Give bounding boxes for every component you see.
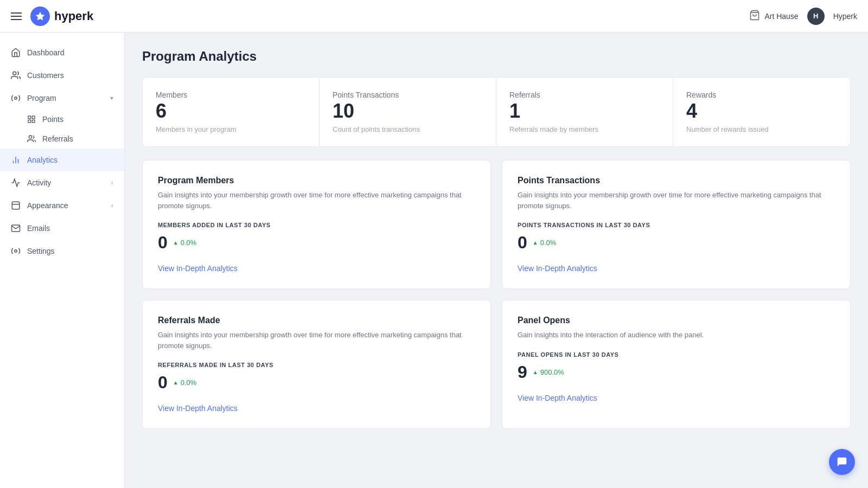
sidebar-item-customers[interactable]: Customers bbox=[0, 64, 124, 87]
sidebar-label-referrals: Referrals bbox=[42, 134, 73, 143]
card-title-panel-opens: Panel Opens bbox=[518, 316, 835, 325]
grid-icon bbox=[27, 115, 36, 124]
stat-desc-points: Count of points transactions bbox=[333, 125, 483, 133]
store-name-label: Art Hause bbox=[764, 12, 798, 21]
logo: hyperk bbox=[30, 7, 93, 26]
analytics-card-program-members: Program Members Gain insights into your … bbox=[142, 160, 491, 289]
sidebar-item-program[interactable]: Program ▾ bbox=[0, 87, 124, 110]
metric-value-panel-opens: 9 ▲ 900.0% bbox=[518, 362, 835, 382]
stat-value-referrals: 1 bbox=[509, 101, 660, 121]
home-icon bbox=[11, 48, 21, 57]
metric-value-program-members: 0 ▲ 0.0% bbox=[158, 233, 475, 253]
metric-label-program-members: MEMBERS ADDED IN LAST 30 DAYS bbox=[158, 222, 475, 228]
sidebar-label-points: Points bbox=[42, 115, 63, 124]
svg-point-2 bbox=[15, 97, 17, 100]
sidebar-label-customers: Customers bbox=[27, 71, 64, 80]
card-desc-panel-opens: Gain insights into the interaction of au… bbox=[518, 330, 835, 341]
trend-up-icon: ▲ bbox=[533, 369, 538, 375]
stat-value-rewards: 4 bbox=[686, 101, 837, 121]
metric-label-panel-opens: PANEL OPENS IN LAST 30 DAYS bbox=[518, 351, 835, 358]
card-desc-program-members: Gain insights into your membership growt… bbox=[158, 190, 475, 211]
trend-badge-referrals-made: ▲ 0.0% bbox=[173, 378, 197, 387]
card-desc-referrals-made: Gain insights into your membership growt… bbox=[158, 330, 475, 351]
user-avatar: H bbox=[807, 8, 825, 25]
card-desc-points-transactions: Gain insights into your membership growt… bbox=[518, 190, 835, 211]
chat-icon bbox=[836, 456, 848, 468]
analytics-icon bbox=[11, 155, 21, 165]
main-content: Program Analytics Members 6 Members in y… bbox=[125, 33, 868, 488]
stat-value-points: 10 bbox=[333, 101, 483, 121]
stat-desc-members: Members in your program bbox=[156, 125, 306, 133]
trend-up-icon: ▲ bbox=[173, 240, 178, 246]
stat-value-members: 6 bbox=[156, 101, 306, 121]
view-link-referrals-made[interactable]: View In-Depth Analytics bbox=[158, 404, 238, 413]
app-header: hyperk Art Hause H Hyperk bbox=[0, 0, 868, 33]
trend-badge-points-transactions: ▲ 0.0% bbox=[533, 239, 557, 247]
sidebar: Dashboard Customers Program ▾ Points bbox=[0, 33, 125, 488]
analytics-card-referrals-made: Referrals Made Gain insights into your m… bbox=[142, 300, 491, 429]
star-icon bbox=[35, 11, 46, 22]
activity-icon bbox=[11, 178, 21, 188]
user-name-label: Hyperk bbox=[833, 12, 857, 21]
sidebar-label-dashboard: Dashboard bbox=[27, 48, 65, 57]
stat-card-referrals: Referrals 1 Referrals made by members bbox=[496, 78, 673, 146]
chevron-down-icon: ▾ bbox=[110, 94, 113, 102]
sidebar-item-settings[interactable]: Settings bbox=[0, 240, 124, 262]
stat-label-points: Points Transactions bbox=[333, 91, 483, 99]
view-link-program-members[interactable]: View In-Depth Analytics bbox=[158, 264, 238, 273]
card-title-program-members: Program Members bbox=[158, 176, 475, 185]
svg-rect-3 bbox=[28, 116, 31, 119]
stat-card-rewards: Rewards 4 Number of rewards issued bbox=[673, 78, 850, 146]
svg-point-7 bbox=[29, 136, 31, 138]
program-icon bbox=[11, 93, 21, 103]
menu-toggle-button[interactable] bbox=[11, 12, 22, 20]
stat-label-rewards: Rewards bbox=[686, 91, 837, 99]
svg-rect-11 bbox=[12, 202, 20, 209]
sidebar-item-points[interactable]: Points bbox=[0, 110, 124, 129]
sidebar-item-activity[interactable]: Activity ‹ bbox=[0, 171, 124, 194]
analytics-card-points-transactions: Points Transactions Gain insights into y… bbox=[502, 160, 851, 289]
stat-card-members: Members 6 Members in your program bbox=[143, 78, 320, 146]
card-title-points-transactions: Points Transactions bbox=[518, 176, 835, 185]
appearance-icon bbox=[11, 201, 21, 210]
trend-up-icon: ▲ bbox=[173, 380, 178, 386]
referrals-icon bbox=[27, 134, 36, 143]
metric-value-points-transactions: 0 ▲ 0.0% bbox=[518, 233, 835, 253]
svg-rect-6 bbox=[28, 120, 31, 123]
sidebar-item-dashboard[interactable]: Dashboard bbox=[0, 41, 124, 64]
svg-rect-5 bbox=[32, 120, 35, 123]
stat-card-points: Points Transactions 10 Count of points t… bbox=[320, 78, 496, 146]
sidebar-item-appearance[interactable]: Appearance ‹ bbox=[0, 194, 124, 217]
users-icon bbox=[11, 70, 21, 80]
view-link-panel-opens[interactable]: View In-Depth Analytics bbox=[518, 394, 597, 402]
svg-point-12 bbox=[15, 250, 17, 253]
trend-badge-program-members: ▲ 0.0% bbox=[173, 239, 197, 247]
sidebar-label-analytics: Analytics bbox=[27, 156, 58, 164]
emails-icon bbox=[11, 223, 21, 233]
stat-label-referrals: Referrals bbox=[509, 91, 660, 99]
sidebar-item-emails[interactable]: Emails bbox=[0, 217, 124, 240]
sidebar-label-activity: Activity bbox=[27, 178, 51, 187]
sidebar-label-program: Program bbox=[27, 94, 56, 102]
app-layout: Dashboard Customers Program ▾ Points bbox=[0, 33, 868, 488]
sidebar-label-settings: Settings bbox=[27, 247, 55, 255]
svg-rect-4 bbox=[32, 116, 35, 119]
chevron-left-icon: ‹ bbox=[111, 179, 113, 187]
sidebar-item-analytics[interactable]: Analytics bbox=[0, 149, 124, 171]
sidebar-label-emails: Emails bbox=[27, 224, 50, 233]
logo-text: hyperk bbox=[54, 9, 93, 23]
trend-up-icon: ▲ bbox=[533, 240, 538, 246]
store-selector[interactable]: Art Hause bbox=[749, 10, 798, 22]
stat-desc-referrals: Referrals made by members bbox=[509, 125, 660, 133]
stats-row: Members 6 Members in your program Points… bbox=[142, 77, 851, 147]
stat-label-members: Members bbox=[156, 91, 306, 99]
view-link-points-transactions[interactable]: View In-Depth Analytics bbox=[518, 264, 597, 273]
analytics-grid: Program Members Gain insights into your … bbox=[142, 160, 851, 429]
svg-point-1 bbox=[13, 72, 16, 75]
stat-desc-rewards: Number of rewards issued bbox=[686, 125, 837, 133]
sidebar-item-referrals[interactable]: Referrals bbox=[0, 129, 124, 149]
chat-button[interactable] bbox=[829, 449, 855, 475]
metric-label-referrals-made: REFERRALS MADE IN LAST 30 DAYS bbox=[158, 362, 475, 368]
page-title: Program Analytics bbox=[142, 49, 851, 64]
chevron-left-icon-appearance: ‹ bbox=[111, 202, 113, 209]
